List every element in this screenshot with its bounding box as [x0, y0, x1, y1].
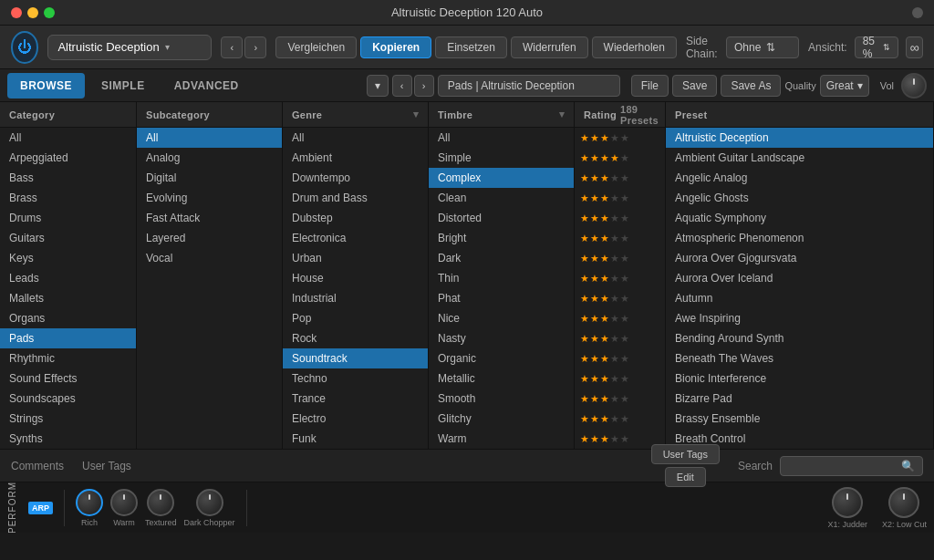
genre-item[interactable]: Electro [283, 409, 428, 429]
side-chain-dropdown[interactable]: Ohne ⇅ [726, 36, 799, 58]
kopieren-button[interactable]: Kopieren [360, 36, 431, 58]
dark-chopper-knob[interactable] [196, 489, 223, 516]
category-item[interactable]: Brass [0, 188, 136, 208]
genre-item[interactable]: Ambient [283, 148, 428, 168]
category-item[interactable]: Soundscapes [0, 389, 136, 409]
file-button[interactable]: File [631, 75, 669, 97]
genre-item[interactable]: Soundtrack [283, 348, 428, 368]
timbre-item[interactable]: All [429, 128, 574, 148]
genre-item[interactable]: All [283, 128, 428, 148]
genre-item[interactable]: Downtempo [283, 168, 428, 188]
subcategory-item[interactable]: Layered [137, 228, 282, 248]
search-input[interactable] [788, 461, 898, 472]
quality-dropdown[interactable]: Great ▾ [820, 75, 869, 97]
user-tags-button[interactable]: User Tags [651, 444, 720, 464]
genre-item[interactable]: Urban [283, 248, 428, 268]
timbre-item[interactable]: Clean [429, 188, 574, 208]
browse-tab[interactable]: BROWSE [7, 73, 85, 99]
category-item[interactable]: Pads [0, 328, 136, 348]
widerrufen-button[interactable]: Widerrufen [511, 36, 588, 58]
timbre-item[interactable]: Distorted [429, 208, 574, 228]
timbre-item[interactable]: Thin [429, 268, 574, 288]
vol-knob[interactable] [901, 73, 927, 99]
preset-item[interactable]: Angelic Ghosts [666, 188, 933, 208]
nav-back-button[interactable]: ‹ [221, 36, 243, 58]
subcategory-item[interactable]: Analog [137, 148, 282, 168]
ansicht-value[interactable]: 85 % ⇅ [855, 36, 898, 58]
minimize-button[interactable] [27, 7, 38, 18]
timbre-item[interactable]: Metallic [429, 368, 574, 389]
power-button[interactable]: ⏻ [11, 31, 38, 64]
simple-tab[interactable]: SIMPLE [88, 73, 158, 99]
category-item[interactable]: Guitars [0, 228, 136, 248]
timbre-item[interactable]: Nasty [429, 328, 574, 348]
textured-knob[interactable] [147, 489, 174, 516]
genre-item[interactable]: Techno [283, 368, 428, 389]
x2-knob[interactable] [888, 487, 919, 518]
preset-item[interactable]: Brassy Ensemble [666, 409, 933, 429]
genre-item[interactable]: Drum and Bass [283, 188, 428, 208]
preset-item[interactable]: Autumn [666, 288, 933, 308]
rich-knob[interactable] [76, 489, 103, 516]
path-back-button[interactable]: ‹ [392, 75, 412, 97]
nav-forward-button[interactable]: › [244, 36, 266, 58]
category-item[interactable]: Bass [0, 168, 136, 188]
category-item[interactable]: Drums [0, 208, 136, 228]
einsetzen-button[interactable]: Einsetzen [435, 36, 507, 58]
preset-item[interactable]: Angelic Analog [666, 168, 933, 188]
preset-item[interactable]: Awe Inspiring [666, 308, 933, 328]
category-item[interactable]: Keys [0, 248, 136, 268]
preset-item[interactable]: Aurora Over Gjogursvata [666, 248, 933, 268]
category-item[interactable]: Sound Effects [0, 368, 136, 389]
maximize-button[interactable] [44, 7, 55, 18]
preset-item[interactable]: Ambient Guitar Landscape [666, 148, 933, 168]
category-item[interactable]: Organs [0, 308, 136, 328]
genre-item[interactable]: Funk [283, 429, 428, 449]
genre-dropdown-icon[interactable]: ▾ [413, 109, 419, 120]
subcategory-item[interactable]: All [137, 128, 282, 148]
timbre-item[interactable]: Complex [429, 168, 574, 188]
preset-item[interactable]: Atmospheric Phenomenon [666, 228, 933, 248]
preset-item[interactable]: Bending Around Synth [666, 328, 933, 348]
wiederholen-button[interactable]: Wiederholen [592, 36, 677, 58]
subcategory-item[interactable]: Fast Attack [137, 208, 282, 228]
preset-item[interactable]: Beneath The Waves [666, 348, 933, 368]
preset-item[interactable]: Bionic Interference [666, 368, 933, 389]
category-item[interactable]: All [0, 128, 136, 148]
preset-item[interactable]: Bizarre Pad [666, 389, 933, 409]
genre-item[interactable]: Rock [283, 328, 428, 348]
category-item[interactable]: Mallets [0, 288, 136, 308]
timbre-item[interactable]: Simple [429, 148, 574, 168]
timbre-item[interactable]: Warm [429, 429, 574, 449]
genre-item[interactable]: Industrial [283, 288, 428, 308]
vergleichen-button[interactable]: Vergleichen [275, 36, 357, 58]
close-button[interactable] [11, 7, 22, 18]
category-item[interactable]: Strings [0, 409, 136, 429]
save-button[interactable]: Save [672, 75, 717, 97]
window-right-btn[interactable] [912, 7, 923, 18]
x1-knob[interactable] [832, 487, 863, 518]
category-item[interactable]: Arpeggiated [0, 148, 136, 168]
preset-dropdown[interactable]: Altruistic Deception ▾ [47, 35, 212, 60]
timbre-item[interactable]: Glitchy [429, 409, 574, 429]
genre-item[interactable]: Pop [283, 308, 428, 328]
category-item[interactable]: Synths [0, 429, 136, 449]
timbre-item[interactable]: Nice [429, 308, 574, 328]
subcategory-item[interactable]: Vocal [137, 248, 282, 268]
warm-knob[interactable] [110, 489, 138, 516]
category-item[interactable]: Leads [0, 268, 136, 288]
timbre-item[interactable]: Phat [429, 288, 574, 308]
genre-item[interactable]: House [283, 268, 428, 288]
genre-item[interactable]: Trance [283, 389, 428, 409]
advanced-tab[interactable]: ADVANCED [161, 73, 252, 99]
timbre-item[interactable]: Bright [429, 228, 574, 248]
path-dropdown-button[interactable]: ▾ [367, 75, 389, 97]
genre-item[interactable]: Dubstep [283, 208, 428, 228]
timbre-item[interactable]: Dark [429, 248, 574, 268]
subcategory-item[interactable]: Digital [137, 168, 282, 188]
timbre-item[interactable]: Organic [429, 348, 574, 368]
save-as-button[interactable]: Save As [721, 75, 781, 97]
link-button[interactable]: ∞ [906, 36, 923, 58]
category-item[interactable]: Rhythmic [0, 348, 136, 368]
preset-item[interactable]: Aurora Over Iceland [666, 268, 933, 288]
